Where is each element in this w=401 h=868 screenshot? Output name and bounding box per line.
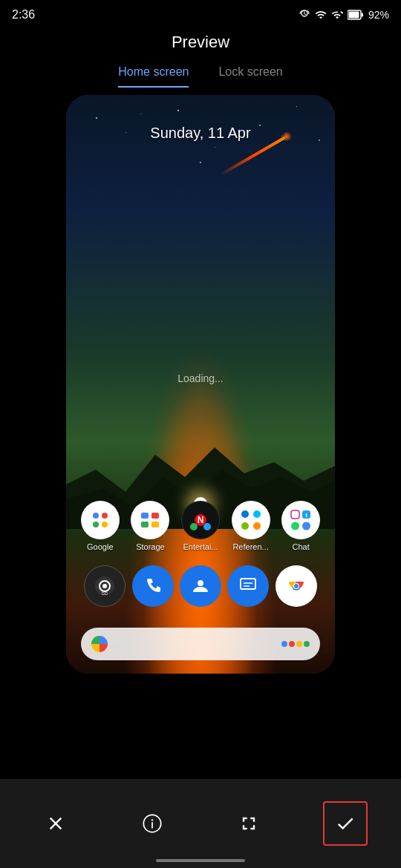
app-label-entertainment: Entertai... — [179, 542, 222, 551]
svg-point-5 — [102, 513, 108, 519]
app-row: Google Storage — [66, 501, 335, 551]
svg-text:N: N — [198, 515, 204, 525]
dock-chrome — [276, 565, 317, 607]
svg-point-18 — [238, 507, 264, 533]
svg-point-31 — [102, 584, 107, 588]
svg-point-33 — [198, 580, 203, 586]
dock-contacts — [180, 565, 221, 607]
alarm-icon — [299, 9, 310, 21]
app-label-reference: Referen... — [229, 542, 273, 551]
svg-point-40 — [294, 584, 299, 588]
svg-point-7 — [102, 522, 108, 527]
svg-point-3 — [89, 509, 111, 531]
svg-point-6 — [93, 522, 99, 527]
preview-date: Sunday, 11 Apr — [66, 125, 335, 142]
svg-point-8 — [137, 507, 163, 533]
svg-point-22 — [253, 522, 261, 530]
svg-point-17 — [203, 523, 211, 530]
dock-phone — [132, 565, 174, 607]
preview-wrapper: Sunday, 11 Apr Loading... — [0, 95, 401, 674]
expand-icon — [238, 813, 259, 834]
svg-point-27 — [291, 522, 299, 530]
svg-rect-1 — [348, 12, 359, 19]
svg-rect-12 — [151, 522, 159, 527]
close-button[interactable] — [33, 801, 78, 846]
app-label-chat: Chat — [279, 542, 322, 551]
dock: GO — [66, 565, 335, 607]
loading-indicator: Loading... — [66, 372, 335, 384]
app-item-reference: Referen... — [229, 501, 273, 551]
app-label-storage: Storage — [128, 542, 172, 551]
tab-home-screen[interactable]: Home screen — [118, 65, 189, 88]
expand-button[interactable] — [226, 801, 271, 846]
page-title: Preview — [0, 33, 401, 52]
wifi-icon — [315, 9, 327, 21]
app-item-google: Google — [79, 501, 122, 551]
tab-lock-screen[interactable]: Lock screen — [218, 65, 282, 88]
svg-rect-10 — [151, 513, 159, 519]
phone-preview: Sunday, 11 Apr Loading... — [66, 95, 335, 674]
checkmark-icon — [335, 813, 356, 834]
info-icon — [142, 813, 163, 834]
svg-point-4 — [93, 513, 99, 519]
google-icon — [81, 501, 120, 539]
app-label-google: Google — [79, 542, 122, 551]
app-item-storage: Storage — [128, 501, 172, 551]
chat-icon: t — [281, 501, 320, 539]
svg-point-21 — [241, 522, 249, 530]
svg-rect-34 — [241, 579, 255, 589]
reference-icon — [232, 501, 270, 539]
confirm-button[interactable] — [323, 801, 368, 846]
signal-icon — [331, 9, 343, 21]
battery-icon — [348, 10, 364, 20]
status-time: 2:36 — [12, 8, 35, 22]
search-bar[interactable] — [81, 628, 320, 660]
storage-icon — [131, 501, 169, 539]
close-icon — [45, 813, 66, 834]
svg-rect-11 — [141, 522, 149, 527]
svg-rect-9 — [141, 513, 149, 519]
app-item-entertainment: N Entertai... — [179, 501, 222, 551]
svg-text:GO: GO — [102, 591, 108, 596]
dock-camera: GO — [84, 565, 125, 607]
status-icons: 92% — [299, 9, 389, 21]
bottom-toolbar — [0, 779, 401, 868]
svg-point-16 — [190, 523, 198, 530]
header: Preview — [0, 27, 401, 55]
svg-point-19 — [241, 510, 249, 518]
google-logo — [91, 636, 108, 652]
entertainment-icon: N — [181, 501, 220, 539]
svg-rect-2 — [361, 13, 363, 17]
battery-percent: 92% — [368, 9, 389, 21]
tabs-container: Home screen Lock screen — [0, 55, 401, 88]
svg-text:t: t — [305, 512, 307, 519]
svg-point-28 — [302, 522, 310, 530]
dock-messages — [227, 565, 269, 607]
search-dots — [281, 641, 310, 647]
app-item-chat: t Chat — [279, 501, 322, 551]
info-button[interactable] — [130, 801, 175, 846]
status-bar: 2:36 92% — [0, 0, 401, 27]
svg-point-20 — [253, 510, 261, 518]
home-indicator — [156, 859, 245, 862]
